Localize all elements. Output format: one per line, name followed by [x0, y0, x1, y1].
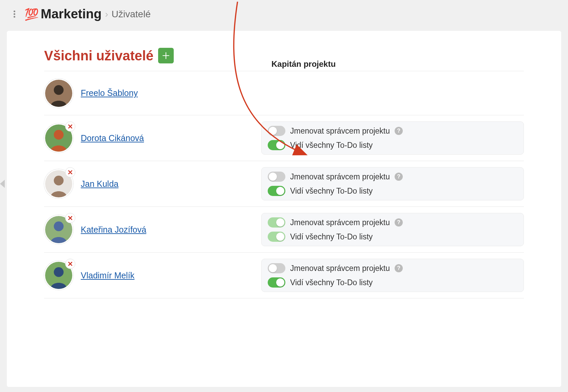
perm-label-sees-all: Vidí všechny To-Do listy — [290, 187, 373, 196]
collapse-sidebar-caret-icon[interactable] — [0, 180, 5, 188]
project-title[interactable]: Marketing — [41, 7, 101, 21]
user-list: Freelo ŠablonyDorota CikánováJmenovat sp… — [44, 71, 524, 298]
kebab-menu-icon[interactable] — [10, 11, 18, 18]
remove-user-button[interactable] — [65, 167, 75, 177]
user-name-link[interactable]: Dorota Cikánová — [81, 133, 144, 143]
user-name-link[interactable]: Freelo Šablony — [81, 88, 138, 98]
avatar[interactable] — [44, 79, 73, 108]
user-row: Jan KuldaJmenovat správcem projektu?Vidí… — [44, 161, 524, 207]
column-header-captain: Kapitán projektu — [271, 59, 336, 69]
permissions-panel: Jmenovat správcem projektu?Vidí všechny … — [261, 167, 524, 200]
perm-label-admin: Jmenovat správcem projektu — [290, 172, 390, 181]
perm-label-sees-all: Vidí všechny To-Do listy — [290, 141, 373, 150]
permissions-panel: Jmenovat správcem projektu?Vidí všechny … — [261, 213, 524, 246]
toggle-project-admin[interactable] — [268, 126, 285, 136]
page-title: Všichni uživatelé — [44, 48, 153, 63]
breadcrumb-current: Uživatelé — [112, 9, 151, 20]
help-icon[interactable]: ? — [395, 173, 403, 181]
help-icon[interactable]: ? — [395, 264, 403, 272]
svg-point-5 — [54, 176, 64, 185]
toggle-project-admin[interactable] — [268, 172, 285, 182]
toggle-sees-all-todos[interactable] — [268, 277, 285, 288]
svg-point-7 — [54, 221, 64, 231]
perm-label-sees-all: Vidí všechny To-Do listy — [290, 278, 373, 287]
user-row: Dorota CikánováJmenovat správcem projekt… — [44, 115, 524, 161]
close-icon — [68, 215, 73, 221]
plus-icon — [162, 51, 170, 60]
perm-label-admin: Jmenovat správcem projektu — [290, 218, 390, 227]
close-icon — [68, 261, 73, 267]
help-icon[interactable]: ? — [395, 218, 403, 227]
svg-point-9 — [54, 267, 64, 277]
svg-point-1 — [54, 85, 64, 95]
permissions-panel: Jmenovat správcem projektu?Vidí všechny … — [261, 259, 524, 292]
remove-user-button[interactable] — [65, 213, 75, 223]
user-name-link[interactable]: Jan Kulda — [81, 179, 118, 189]
perm-label-admin: Jmenovat správcem projektu — [290, 264, 390, 273]
remove-user-button[interactable] — [65, 121, 75, 132]
toggle-project-admin[interactable] — [268, 217, 285, 228]
perm-label-admin: Jmenovat správcem projektu — [290, 126, 390, 136]
perm-label-sees-all: Vidí všechny To-Do listy — [290, 232, 373, 241]
user-name-link[interactable]: Kateřina Jozífová — [81, 225, 146, 235]
help-icon[interactable]: ? — [395, 127, 403, 135]
close-icon — [68, 170, 73, 175]
close-icon — [68, 124, 73, 129]
permissions-panel: Jmenovat správcem projektu?Vidí všechny … — [261, 121, 524, 155]
toggle-sees-all-todos[interactable] — [268, 232, 285, 242]
user-row: Kateřina JozífováJmenovat správcem proje… — [44, 207, 524, 253]
main-card: Všichni uživatelé Kapitán projektu Freel… — [7, 31, 561, 387]
breadcrumb-separator: › — [105, 9, 108, 20]
project-emoji: 💯 — [24, 7, 39, 21]
remove-user-button[interactable] — [65, 259, 75, 269]
user-row: Freelo Šablony — [44, 71, 524, 115]
breadcrumb-header: 💯 Marketing › Uživatelé — [0, 0, 568, 31]
add-user-button[interactable] — [158, 48, 174, 63]
svg-point-3 — [54, 130, 64, 140]
user-row: Vladimír MelíkJmenovat správcem projektu… — [44, 253, 524, 298]
toggle-sees-all-todos[interactable] — [268, 140, 285, 150]
user-name-link[interactable]: Vladimír Melík — [81, 271, 134, 280]
toggle-project-admin[interactable] — [268, 263, 285, 273]
toggle-sees-all-todos[interactable] — [268, 186, 285, 196]
